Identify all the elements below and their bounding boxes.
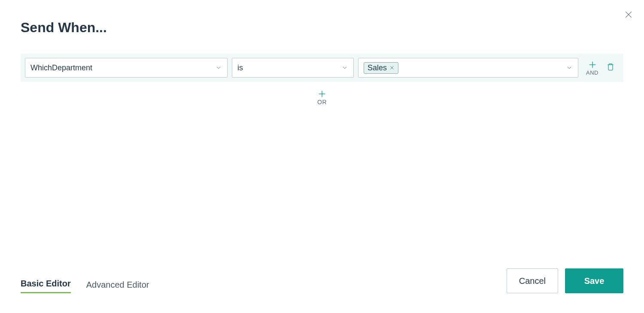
chevron-down-icon — [566, 64, 573, 71]
operator-select-value: is — [237, 63, 243, 72]
chevron-down-icon — [341, 64, 348, 71]
value-chip: Sales — [364, 62, 398, 74]
tab-basic-editor[interactable]: Basic Editor — [21, 279, 71, 293]
plus-icon — [317, 89, 327, 99]
or-label: OR — [317, 99, 327, 105]
cancel-button[interactable]: Cancel — [507, 268, 558, 293]
chip-remove-button[interactable] — [389, 65, 395, 70]
condition-row: WhichDepartment is Sales — [21, 54, 623, 82]
modal-footer: Basic Editor Advanced Editor Cancel Save — [21, 268, 623, 293]
close-icon — [624, 10, 633, 21]
editor-tabs: Basic Editor Advanced Editor — [21, 279, 149, 293]
add-or-condition-button[interactable]: OR — [21, 89, 623, 105]
add-and-condition-button[interactable]: AND — [583, 60, 602, 76]
tab-advanced-editor[interactable]: Advanced Editor — [86, 280, 149, 293]
save-button[interactable]: Save — [565, 268, 623, 293]
value-chip-label: Sales — [368, 63, 387, 72]
close-button[interactable] — [623, 10, 634, 21]
trash-icon — [606, 62, 615, 73]
value-select[interactable]: Sales — [358, 58, 578, 78]
field-select[interactable]: WhichDepartment — [25, 58, 228, 78]
chevron-down-icon — [215, 64, 222, 71]
operator-select[interactable]: is — [232, 58, 354, 78]
delete-condition-button[interactable] — [606, 62, 615, 73]
modal-title: Send When... — [21, 20, 107, 36]
plus-icon — [588, 60, 597, 69]
footer-actions: Cancel Save — [507, 268, 623, 293]
and-label: AND — [586, 69, 598, 76]
send-when-modal: Send When... WhichDepartment is Sales — [0, 0, 644, 313]
field-select-value: WhichDepartment — [30, 63, 92, 72]
